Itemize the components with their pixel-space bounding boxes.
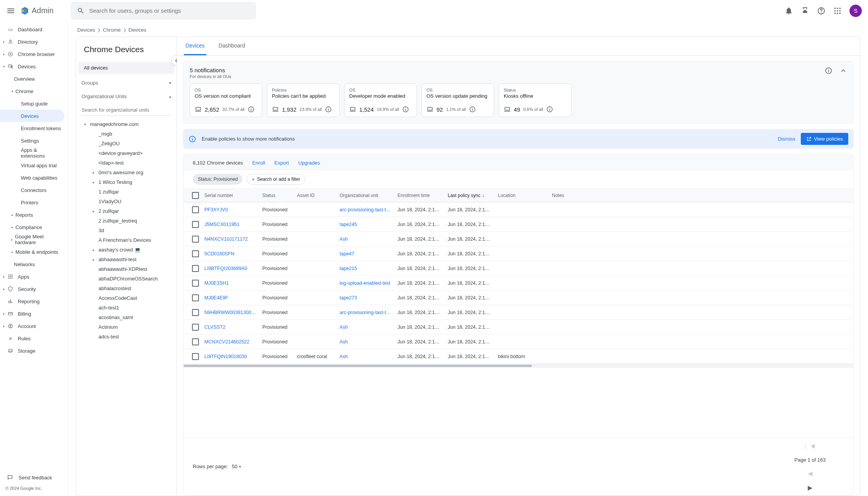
serial-link[interactable]: N4NXCV10J171172 [201, 236, 259, 242]
info-icon[interactable] [469, 106, 476, 113]
notification-card[interactable]: OSOS version not compliant2,65232.7% of … [190, 83, 262, 117]
table-row[interactable]: PF3XYJV0Provisionedarc-provisioning-tast… [183, 202, 853, 217]
info-icon[interactable] [248, 106, 255, 113]
notification-card[interactable]: StatusKiosks offline490.6% of all [499, 83, 571, 117]
ou-item[interactable]: abhalacrostest [79, 284, 177, 293]
apps-grid-icon[interactable] [833, 7, 842, 15]
table-row[interactable]: N9HBRWW0039130079D7600Provisionedarc-pro… [183, 305, 853, 320]
serial-link[interactable]: MCNXCV214602522 [201, 339, 259, 345]
tab-dashboard[interactable]: Dashboard [217, 37, 247, 55]
menu-icon[interactable] [6, 6, 15, 15]
ou-link[interactable]: arc-provisioning-tast-test-mgs [336, 310, 394, 315]
send-feedback[interactable]: Send feedback [0, 471, 68, 484]
nav-virtual-apps-trial[interactable]: Virtual apps trial [0, 159, 65, 172]
ou-item[interactable]: acostinas_saml [79, 313, 177, 322]
export-action[interactable]: Export [274, 160, 289, 166]
row-checkbox[interactable] [192, 353, 199, 360]
serial-link[interactable]: LI9TFQIN19018030 [201, 354, 259, 359]
ou-item[interactable]: 2 zulfiqar_testreq [79, 216, 177, 226]
nav-devices-sub[interactable]: Devices [0, 110, 65, 122]
row-checkbox[interactable] [192, 250, 199, 257]
serial-link[interactable]: N9HBRWW0039130079D7600 [201, 310, 259, 315]
ou-item[interactable]: 1VladyOU [79, 197, 177, 206]
logo[interactable]: Admin [20, 6, 54, 15]
ou-link[interactable]: Ash [336, 339, 394, 345]
ou-item[interactable]: adcs-test [79, 332, 177, 341]
info-icon[interactable] [825, 67, 832, 75]
expand-icon[interactable]: ▸ [91, 180, 96, 184]
nav-networks[interactable]: Networks [0, 258, 65, 270]
row-checkbox[interactable] [192, 236, 199, 243]
ou-root[interactable]: ▾ managedchrome.com [79, 119, 177, 129]
table-row[interactable]: LI9TFQIN19018030Provisionedcrosfleet cor… [183, 349, 853, 364]
info-icon[interactable] [402, 106, 409, 113]
nav-apps-extensions[interactable]: Apps & extensions [0, 147, 65, 159]
col-status[interactable]: Status [259, 193, 294, 198]
nav-mobile-endpoints[interactable]: ▸Mobile & endpoints [0, 246, 65, 258]
ou-item[interactable]: AccessCodeCast [79, 293, 177, 303]
col-ou[interactable]: Organizational unit [336, 193, 394, 198]
serial-link[interactable]: LI9BTFQI203689A0 [201, 266, 259, 271]
nav-overview[interactable]: Overview [0, 73, 65, 85]
serial-link[interactable]: MJ0E3SH1 [201, 280, 259, 286]
info-icon[interactable] [325, 106, 332, 113]
nav-security[interactable]: ▸Security [0, 283, 65, 295]
expand-icon[interactable]: ▸ [91, 258, 96, 262]
nav-enrollment-tokens[interactable]: Enrollment tokens [0, 122, 65, 134]
ou-item[interactable]: ▸abhaawasthi-test [79, 255, 177, 264]
rpp-select[interactable]: 50▾ [232, 464, 241, 469]
horizontal-scrollbar[interactable] [183, 364, 853, 368]
ou-link[interactable]: tape273 [336, 295, 394, 301]
page-prev[interactable]: ◀ [808, 470, 812, 477]
upgrades-action[interactable]: Upgrades [298, 160, 320, 166]
ou-link[interactable]: Ash [336, 354, 394, 359]
nav-reports[interactable]: ▸Reports [0, 209, 65, 221]
org-units-section[interactable]: Organizational Units▴ [76, 90, 177, 103]
ou-link[interactable]: tape245 [336, 222, 394, 227]
hourglass-icon[interactable] [801, 7, 809, 15]
ou-search-input[interactable] [82, 105, 171, 116]
expand-icon[interactable]: ▸ [91, 209, 96, 213]
nav-connectors[interactable]: Connectors [0, 184, 65, 196]
nav-directory[interactable]: ▸Directory [0, 36, 65, 48]
nav-rules[interactable]: ≡Rules [0, 332, 65, 345]
table-row[interactable]: CLVSST2ProvisionedAshJun 18, 2024, 2:10 … [183, 320, 853, 335]
search-input[interactable] [89, 7, 250, 14]
help-icon[interactable] [817, 7, 826, 15]
serial-link[interactable]: 5CD0160SFN [201, 251, 259, 256]
search-bar[interactable] [71, 2, 256, 20]
nav-chrome-browser[interactable]: ▸Chrome browser [0, 48, 65, 60]
table-row[interactable]: MCNXCV214602522ProvisionedAshJun 18, 202… [183, 335, 853, 349]
ou-item[interactable]: abhaawasthi-XDRtest [79, 264, 177, 274]
page-first[interactable]: ⎸◀ [805, 443, 815, 450]
expand-icon[interactable]: ▸ [91, 248, 96, 252]
col-location[interactable]: Location [495, 193, 549, 198]
notification-card[interactable]: OSDeveloper mode enabled1,52418.8% of al… [344, 83, 417, 117]
all-devices-chip[interactable]: All devices [78, 62, 174, 74]
tab-devices[interactable]: Devices [184, 37, 206, 55]
serial-link[interactable]: J5MSCX011951 [201, 222, 259, 227]
ou-item[interactable]: _migb [79, 129, 177, 139]
ou-item[interactable]: <ldap>-test [79, 158, 177, 168]
row-checkbox[interactable] [192, 294, 199, 301]
table-row[interactable]: 5CD0160SFNProvisionedtape47Jun 18, 2024,… [183, 246, 853, 261]
row-checkbox[interactable] [192, 338, 199, 345]
table-row[interactable]: MJ0E4E9FProvisionedtape273Jun 18, 2024, … [183, 290, 853, 305]
ou-item[interactable]: ▸aashay's crowd 💻 [79, 245, 177, 255]
breadcrumb-item[interactable]: Devices [77, 27, 95, 33]
ou-item[interactable]: 1 zulfiqar [79, 187, 177, 197]
table-row[interactable]: LI9BTFQI203689A0Provisionedtape215Jun 18… [183, 261, 853, 276]
col-sync[interactable]: Last policy sync↓ [445, 193, 495, 198]
nav-account[interactable]: ▸Account [0, 320, 65, 332]
groups-section[interactable]: Groups▾ [76, 76, 177, 90]
nav-meet-hardware[interactable]: ▸Google Meet hardware [0, 233, 65, 246]
col-asset[interactable]: Asset ID [294, 193, 336, 198]
breadcrumb-item[interactable]: Chrome [103, 27, 121, 33]
notification-card[interactable]: OSOS version update pending921.1% of all [421, 83, 494, 117]
table-row[interactable]: N4NXCV10J171172ProvisionedAshJun 18, 202… [183, 232, 853, 246]
ou-item[interactable]: <device graveyard> [79, 148, 177, 158]
row-checkbox[interactable] [192, 280, 199, 287]
col-notes[interactable]: Notes [549, 193, 588, 198]
ou-link[interactable]: tape47 [336, 251, 394, 256]
serial-link[interactable]: MJ0E4E9F [201, 295, 259, 301]
